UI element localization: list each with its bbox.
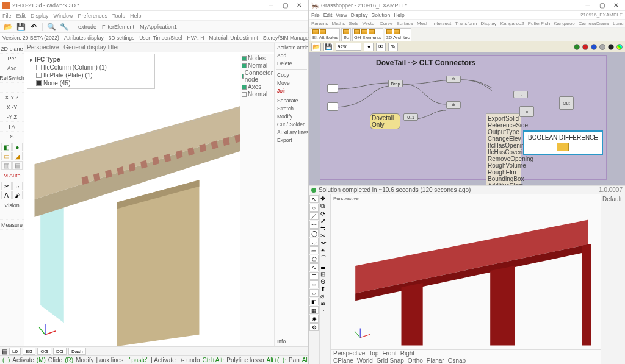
tree-root[interactable]: IFC Type xyxy=(35,56,60,63)
polyline-icon[interactable]: 〰 xyxy=(309,221,319,229)
menu-preferences[interactable]: Preferences xyxy=(78,13,108,19)
xyz-button[interactable]: X-Y-Z xyxy=(0,93,24,102)
gh-menu-edit[interactable]: Edit xyxy=(323,12,333,18)
paint-icon[interactable]: 🖌 xyxy=(12,191,23,199)
minimize-button[interactable]: ─ xyxy=(581,1,594,10)
menu-tools[interactable]: Tools xyxy=(112,13,125,19)
gh-tab[interactable]: Curve xyxy=(380,21,392,26)
extrude-button[interactable]: extrude xyxy=(76,24,98,30)
gh-tab[interactable]: Kangaroo xyxy=(554,21,575,26)
vision-button[interactable]: Vision xyxy=(0,201,24,210)
gh-slider[interactable]: Dovetail Only xyxy=(370,113,400,129)
gh-component[interactable]: ⊕ xyxy=(446,101,461,109)
component-icon[interactable] xyxy=(320,29,326,34)
cmd-export[interactable]: Export xyxy=(276,137,307,144)
gh-component[interactable]: ⊕ xyxy=(446,76,461,83)
refswitch-button[interactable]: RefSwitch xyxy=(0,73,24,83)
component-icon[interactable] xyxy=(386,29,392,34)
checkbox[interactable] xyxy=(242,63,247,68)
menu-edit[interactable]: Edit xyxy=(16,13,26,19)
pts-icon[interactable]: ⋮ xyxy=(320,307,330,314)
gh-tab[interactable]: Sets xyxy=(349,21,358,26)
cmd-join[interactable]: Join xyxy=(276,87,307,95)
cmd-separate[interactable]: Separate xyxy=(276,97,307,104)
curve-icon[interactable]: ∿ xyxy=(309,263,319,271)
render-icon[interactable]: ◉ xyxy=(309,315,319,323)
gh-menu-display[interactable]: Display xyxy=(351,12,368,18)
cmd-delete[interactable]: Delete xyxy=(276,60,307,67)
cadwork-3d-viewport[interactable] xyxy=(24,52,274,346)
cmd-info[interactable]: Info xyxy=(276,338,307,345)
maximize-button[interactable]: ▢ xyxy=(278,1,292,10)
gh-tab[interactable]: Lunchbox xyxy=(613,21,625,26)
cylinder-icon[interactable]: ● xyxy=(12,143,23,151)
perspective-button[interactable]: Per xyxy=(0,54,24,63)
extrude-icon[interactable]: ⬆ xyxy=(320,285,330,292)
open-icon[interactable]: 📂 xyxy=(311,43,321,51)
gh-output[interactable]: Out xyxy=(559,96,574,110)
status-item[interactable]: Ortho xyxy=(408,357,423,364)
rotate-icon[interactable]: ⟳ xyxy=(320,210,330,217)
gh-tab[interactable]: Vector xyxy=(362,21,376,26)
cursor-icon[interactable]: ↖ xyxy=(309,195,319,203)
hva-label[interactable]: HVA: H xyxy=(187,35,204,41)
gh-slider-value[interactable]: 0..1 xyxy=(403,113,418,121)
poly-icon[interactable]: ⬠ xyxy=(309,255,319,263)
gh-component[interactable] xyxy=(327,102,338,111)
menu-display[interactable]: Display xyxy=(31,13,49,19)
ifc-tree[interactable]: ▸IFC Type IfcColumn (Column) (1) IfcPlat… xyxy=(27,54,155,89)
arc-icon[interactable]: ◡ xyxy=(309,238,319,246)
loft-icon[interactable]: ≋ xyxy=(320,300,330,307)
save-icon[interactable]: 💾 xyxy=(15,21,26,32)
myapp-button[interactable]: MyApplication1 xyxy=(138,24,179,30)
shelf-group[interactable]: Ifc xyxy=(341,28,351,41)
status-item[interactable]: Planar xyxy=(427,357,444,364)
lasso-icon[interactable]: ○ xyxy=(309,204,319,212)
checkbox[interactable] xyxy=(242,85,247,90)
boolean-diff-group[interactable]: BOOLEAN DIFFERENCE xyxy=(523,130,603,155)
cmd-add[interactable]: Add xyxy=(276,52,307,59)
eye-icon[interactable]: 👁 xyxy=(376,43,386,51)
open-icon[interactable]: 📂 xyxy=(2,21,13,32)
storey-tab[interactable]: EG xyxy=(23,348,36,355)
minimize-button[interactable]: ─ xyxy=(264,1,278,10)
rhino-properties-panel[interactable]: Default xyxy=(601,194,625,364)
gh-tab[interactable]: Intersect xyxy=(433,21,452,26)
status-item[interactable]: World xyxy=(357,357,373,364)
dim-icon[interactable]: ↔ xyxy=(12,182,23,190)
save-icon[interactable]: 💾 xyxy=(323,43,333,51)
join-icon[interactable]: ⫘ xyxy=(320,240,330,246)
component-icon[interactable] xyxy=(394,29,400,34)
preview-red-icon[interactable] xyxy=(582,44,588,50)
tree-item[interactable]: IfcColumn (Column) (1) xyxy=(43,64,107,71)
floor-icon[interactable]: ▤ xyxy=(12,161,23,170)
checkbox[interactable] xyxy=(242,74,244,79)
gh-menu-view[interactable]: View xyxy=(336,12,347,18)
circle-icon[interactable]: ◯ xyxy=(309,229,319,237)
gh-tab[interactable]: CameraCrane xyxy=(579,21,609,26)
storey-tab[interactable]: Dach xyxy=(68,348,86,355)
trim-icon[interactable]: ✂ xyxy=(320,232,330,239)
surf-icon[interactable]: ▱ xyxy=(309,289,319,297)
preview-blue-icon[interactable] xyxy=(591,44,597,50)
preview-grey-icon[interactable] xyxy=(599,44,605,50)
checkbox[interactable] xyxy=(36,80,42,86)
gh-component[interactable]: → xyxy=(513,91,528,98)
wall-icon[interactable]: ▥ xyxy=(1,161,12,170)
component-icon[interactable] xyxy=(343,29,349,34)
sketch-icon[interactable]: ✎ xyxy=(388,43,398,51)
undo-icon[interactable]: ↶ xyxy=(28,21,39,32)
menu-window[interactable]: Window xyxy=(54,13,73,19)
preview-black-icon[interactable] xyxy=(608,44,614,50)
zoom-dropdown-icon[interactable]: ▾ xyxy=(364,43,374,51)
vp-tab[interactable]: Perspective xyxy=(27,44,59,51)
vp-tab[interactable]: Perspective xyxy=(333,350,365,357)
vp-tab[interactable]: Top xyxy=(369,350,378,357)
status-item[interactable]: Grid Snap xyxy=(377,357,404,364)
cmd-modify[interactable]: Modify xyxy=(276,113,307,120)
gh-group[interactable] xyxy=(320,55,607,180)
move-icon[interactable]: ✥ xyxy=(320,195,330,202)
solid-icon[interactable]: ◧ xyxy=(309,298,319,305)
settings-button[interactable]: 3D settings xyxy=(109,35,135,41)
checkbox[interactable] xyxy=(36,73,42,78)
